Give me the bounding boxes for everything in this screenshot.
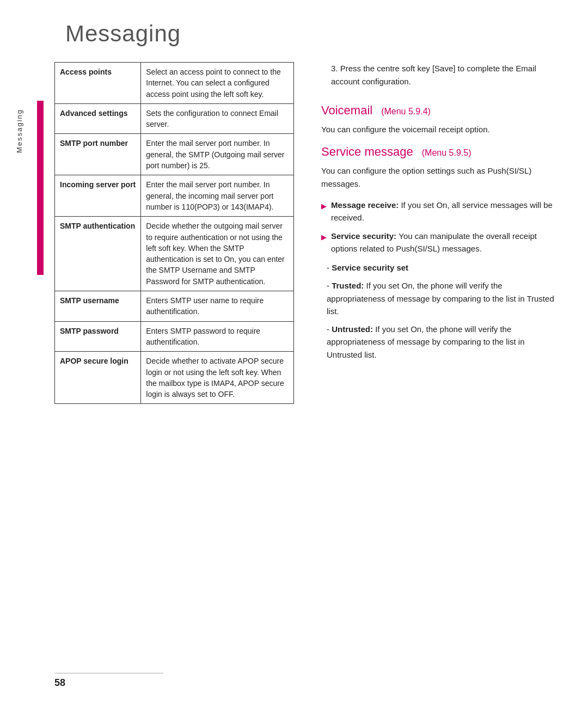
settings-table: Access pointsSelect an access point to c… xyxy=(54,62,294,404)
sub-list-item: Service security set xyxy=(321,261,555,274)
table-row: SMTP port numberEnter the mail server po… xyxy=(55,134,294,175)
service-message-bullets: ▶Message receive: If you set On, all ser… xyxy=(321,199,555,255)
bullet-text: Service security: You can manipulate the… xyxy=(331,230,555,255)
table-row: Incoming server portEnter the mail serve… xyxy=(55,175,294,217)
table-term: Advanced settings xyxy=(55,103,141,134)
table-term: Incoming server port xyxy=(55,175,141,217)
table-row: Advanced settingsSets the configuration … xyxy=(55,103,294,134)
table-row: APOP secure loginDecide whether to activ… xyxy=(55,352,294,404)
voicemail-description: You can configure the voicemail receipt … xyxy=(321,123,555,136)
table-row: SMTP authenticationDecide whether the ou… xyxy=(55,217,294,291)
voicemail-menu: (Menu 5.9.4) xyxy=(381,107,431,117)
table-definition: Enters SMTP user name to require authent… xyxy=(141,291,294,322)
table-definition: Decide whether to activate APOP secure l… xyxy=(141,352,294,404)
voicemail-title: Voicemail xyxy=(321,103,372,118)
service-message-title: Service message xyxy=(321,145,413,159)
bullet-item: ▶Message receive: If you set On, all ser… xyxy=(321,199,555,224)
bullet-item: ▶Service security: You can manipulate th… xyxy=(321,230,555,255)
table-row: Access pointsSelect an access point to c… xyxy=(55,63,294,104)
sub-list-item: Untrusted: If you set On, the phone will… xyxy=(321,323,555,361)
table-term: SMTP username xyxy=(55,291,141,322)
sub-list-item: Trusted: If you set On, the phone will v… xyxy=(321,279,555,317)
table-term: Access points xyxy=(55,63,141,104)
service-message-description: You can configure the option settings su… xyxy=(321,164,555,191)
page-title: Messaging xyxy=(0,0,588,62)
sidebar-label: Messaging xyxy=(15,109,23,153)
table-definition: Enter the mail server port number. In ge… xyxy=(141,175,294,217)
right-column: 3. Press the centre soft key [Save] to c… xyxy=(316,62,555,404)
service-message-heading: Service message (Menu 5.9.5) xyxy=(321,145,555,159)
bullet-arrow-icon: ▶ xyxy=(321,201,327,212)
page-number: 58 xyxy=(54,677,65,689)
table-term: SMTP password xyxy=(55,321,141,352)
table-row: SMTP usernameEnters SMTP user name to re… xyxy=(55,291,294,322)
table-row: SMTP passwordEnters SMTP password to req… xyxy=(55,321,294,352)
bullet-arrow-icon: ▶ xyxy=(321,232,327,243)
left-column: Access pointsSelect an access point to c… xyxy=(54,62,294,404)
table-definition: Enter the mail server port number. In ge… xyxy=(141,134,294,175)
table-definition: Sets the configuration to connect Email … xyxy=(141,103,294,134)
step3-text: 3. Press the centre soft key [Save] to c… xyxy=(321,62,555,88)
voicemail-heading: Voicemail (Menu 5.9.4) xyxy=(321,103,555,118)
pink-accent-bar xyxy=(37,101,44,275)
table-term: APOP secure login xyxy=(55,352,141,404)
table-definition: Decide whether the outgoing mail server … xyxy=(141,217,294,291)
table-term: SMTP port number xyxy=(55,134,141,175)
bullet-text: Message receive: If you set On, all serv… xyxy=(331,199,555,224)
service-security-sublist: Service security setTrusted: If you set … xyxy=(321,261,555,361)
table-definition: Select an access point to connect to the… xyxy=(141,63,294,104)
table-definition: Enters SMTP password to require authenti… xyxy=(141,321,294,352)
main-content: Access pointsSelect an access point to c… xyxy=(0,62,588,404)
bottom-rule xyxy=(54,673,163,673)
service-message-menu: (Menu 5.9.5) xyxy=(422,148,471,158)
table-term: SMTP authentication xyxy=(55,217,141,291)
